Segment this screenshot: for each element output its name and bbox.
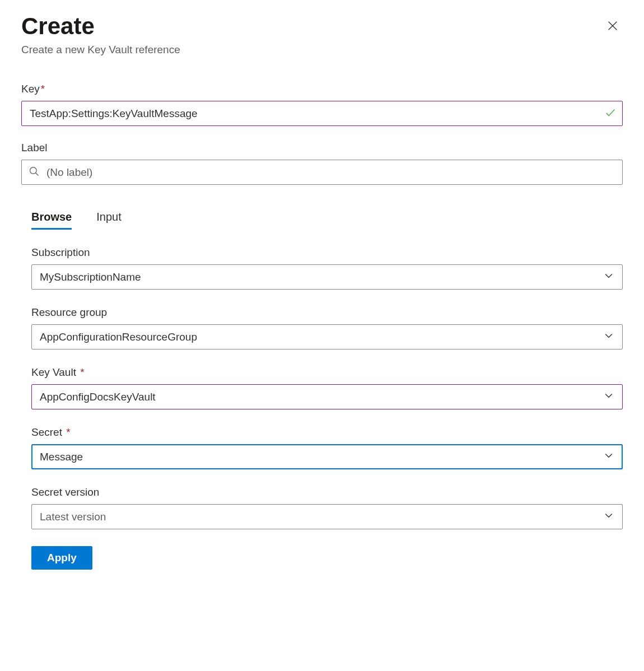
key-field-block: Key*	[21, 83, 623, 126]
chevron-down-icon	[603, 450, 614, 464]
resource-group-select[interactable]: AppConfigurationResourceGroup	[31, 324, 623, 350]
subscription-label: Subscription	[31, 246, 623, 259]
secret-version-field: Secret version Latest version	[31, 486, 623, 529]
key-vault-value: AppConfigDocsKeyVault	[40, 391, 156, 403]
create-panel: Create Create a new Key Vault reference …	[0, 0, 644, 591]
key-input-wrap	[21, 101, 623, 126]
secret-field: Secret * Message	[31, 426, 623, 469]
secret-value: Message	[40, 451, 83, 463]
label-field-label: Label	[21, 142, 623, 154]
required-asterisk: *	[77, 366, 85, 378]
key-label-text: Key	[21, 83, 40, 95]
secret-version-label: Secret version	[31, 486, 623, 498]
resource-group-field: Resource group AppConfigurationResourceG…	[31, 306, 623, 350]
key-input[interactable]	[22, 101, 622, 125]
secret-label: Secret *	[31, 426, 623, 439]
tab-browse[interactable]: Browse	[31, 211, 72, 230]
subscription-field: Subscription MySubscriptionName	[31, 246, 623, 290]
tab-input[interactable]: Input	[96, 211, 121, 230]
key-vault-label: Key Vault *	[31, 366, 623, 379]
key-vault-field: Key Vault * AppConfigDocsKeyVault	[31, 366, 623, 409]
label-input[interactable]	[22, 160, 622, 184]
close-icon	[606, 20, 619, 34]
secret-version-placeholder: Latest version	[40, 511, 106, 523]
secret-select[interactable]: Message	[31, 444, 623, 469]
label-field-block: Label	[21, 142, 623, 185]
subscription-value: MySubscriptionName	[40, 271, 141, 283]
chevron-down-icon	[603, 510, 614, 524]
label-input-wrap	[21, 160, 623, 185]
required-asterisk: *	[63, 426, 71, 438]
close-button[interactable]	[603, 17, 623, 37]
secret-version-select[interactable]: Latest version	[31, 504, 623, 529]
svg-line-3	[36, 173, 39, 175]
required-asterisk: *	[41, 83, 45, 95]
panel-title: Create	[21, 13, 180, 39]
panel-header: Create Create a new Key Vault reference	[21, 13, 623, 56]
tabs: Browse Input	[21, 211, 623, 230]
chevron-down-icon	[603, 270, 614, 284]
checkmark-icon	[604, 106, 617, 121]
key-label: Key*	[21, 83, 623, 95]
chevron-down-icon	[603, 390, 614, 404]
browse-tab-body: Subscription MySubscriptionName Resource…	[21, 246, 623, 529]
resource-group-value: AppConfigurationResourceGroup	[40, 331, 197, 343]
subscription-select[interactable]: MySubscriptionName	[31, 264, 623, 290]
svg-point-2	[30, 167, 37, 174]
panel-subtitle: Create a new Key Vault reference	[21, 44, 180, 56]
apply-button[interactable]: Apply	[31, 546, 92, 570]
secret-label-text: Secret	[31, 426, 62, 438]
search-icon	[29, 166, 40, 179]
chevron-down-icon	[603, 330, 614, 344]
key-vault-label-text: Key Vault	[31, 366, 76, 378]
panel-title-block: Create Create a new Key Vault reference	[21, 13, 180, 56]
key-vault-select[interactable]: AppConfigDocsKeyVault	[31, 384, 623, 409]
resource-group-label: Resource group	[31, 306, 623, 319]
